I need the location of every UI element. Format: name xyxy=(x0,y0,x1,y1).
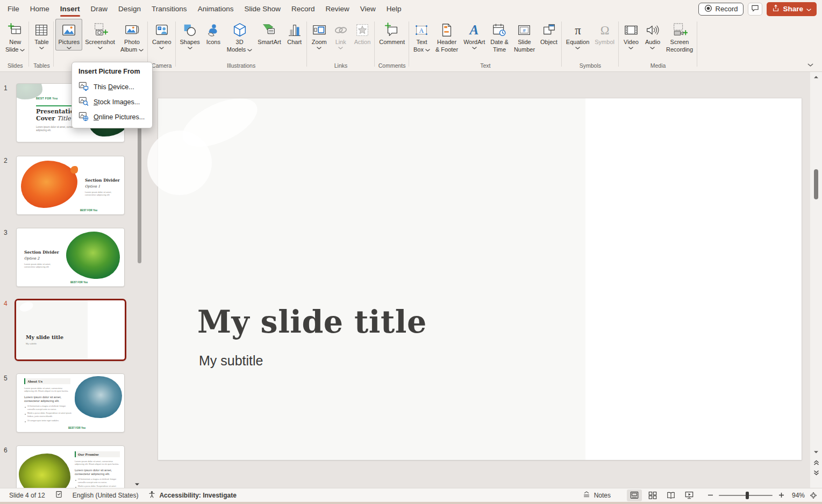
ribbon-button-smartart[interactable]: SmartArt xyxy=(255,19,283,47)
menu-item-stock-images[interactable]: Stock Images... xyxy=(72,95,152,110)
scroll-up-icon[interactable] xyxy=(810,75,822,79)
menu-item-online-pictures[interactable]: Online Pictures... xyxy=(72,110,152,125)
ribbon-button-equation[interactable]: πEquation xyxy=(563,19,592,51)
share-button[interactable]: Share xyxy=(767,2,817,16)
slide-right-panel xyxy=(585,98,802,460)
vertical-scrollbar[interactable] xyxy=(810,72,822,488)
slide-sorter-view-button[interactable] xyxy=(645,489,660,501)
slide-subtitle-text[interactable]: My subtitle xyxy=(199,353,263,369)
ribbon-button-date-time[interactable]: Date &Time xyxy=(488,19,511,55)
zoom-in-button[interactable] xyxy=(777,491,785,500)
tab-view[interactable]: View xyxy=(355,0,381,18)
video-label: Video xyxy=(624,39,639,49)
next-slide-button[interactable] xyxy=(810,470,822,476)
tab-animations[interactable]: Animations xyxy=(192,0,239,18)
thumb6-lead: Lorem ipsum dolor sit amet, consectetur … xyxy=(75,460,121,465)
slide-canvas[interactable]: My slide title My subtitle xyxy=(158,98,802,460)
chart-label: Chart xyxy=(287,39,302,46)
ribbon-button-wordart[interactable]: AWordArt xyxy=(461,19,488,51)
notes-button[interactable]: Notes xyxy=(577,488,616,502)
slide-show-button[interactable] xyxy=(682,489,697,501)
ribbon-button-slide-number[interactable]: #SlideNumber xyxy=(511,19,538,55)
ribbon-button-cameo[interactable]: PCameo xyxy=(149,19,174,51)
scroll-down-icon[interactable] xyxy=(810,450,822,454)
accessibility-indicator[interactable]: Accessibility: Investigate xyxy=(143,488,241,502)
cameo-label: Cameo xyxy=(152,39,171,49)
ribbon-button-audio[interactable]: Audio xyxy=(642,19,663,51)
tab-review[interactable]: Review xyxy=(320,0,355,18)
slide-thumbnail-5[interactable]: About Us Lorem ipsum dolor sit amet, con… xyxy=(16,373,125,433)
zoom-slider-thumb[interactable] xyxy=(746,492,749,499)
zoom-slider[interactable] xyxy=(719,495,773,496)
ribbon-button-icons[interactable]: Icons xyxy=(203,19,224,47)
tab-draw[interactable]: Draw xyxy=(85,0,113,18)
ribbon-button-table[interactable]: Table xyxy=(31,19,52,51)
screen-recording-icon xyxy=(671,21,688,39)
ribbon-button-shapes[interactable]: Shapes xyxy=(177,19,203,51)
thumb6-title: Our Promise xyxy=(78,453,99,456)
ribbon-button-photo-album[interactable]: PhotoAlbum xyxy=(118,19,146,55)
tab-design[interactable]: Design xyxy=(113,0,146,18)
reading-view-button[interactable] xyxy=(663,489,678,501)
slide-thumbnail-6[interactable]: Our Promise Lorem ipsum dolor sit amet, … xyxy=(16,445,125,488)
tab-file[interactable]: File xyxy=(2,0,25,18)
ribbon-button-header-footer[interactable]: Header& Footer xyxy=(433,19,461,55)
svg-text:Ω: Ω xyxy=(600,23,609,37)
chevron-down-icon xyxy=(472,47,477,49)
object-icon xyxy=(541,21,557,39)
symbol-label: Symbol xyxy=(595,39,614,46)
ribbon-button-zoom[interactable]: Zoom xyxy=(309,19,330,51)
slide-number-label: 5 xyxy=(4,375,8,382)
normal-view-button[interactable] xyxy=(627,489,642,501)
tab-home[interactable]: Home xyxy=(25,0,55,18)
ribbon-button-symbol[interactable]: ΩSymbol xyxy=(592,19,617,47)
ribbon-button-3d-models[interactable]: 3DModels xyxy=(224,19,255,55)
smartart-icon xyxy=(261,21,277,39)
3d-models-label: 3DModels xyxy=(227,39,252,54)
fit-slide-to-window-button[interactable] xyxy=(808,491,819,500)
ribbon-button-link[interactable]: Link xyxy=(330,19,352,51)
ribbon-button-chart[interactable]: Chart xyxy=(284,19,305,47)
ribbon-button-video[interactable]: Video xyxy=(620,19,642,51)
tab-help[interactable]: Help xyxy=(381,0,407,18)
slide-thumbnail-2[interactable]: Section Divider Option 1 Lorem ipsum dol… xyxy=(16,156,125,215)
ribbon-button-action[interactable]: Action xyxy=(352,19,374,47)
thumb3-body: Lorem ipsum dolor sit amet, consectetur … xyxy=(24,263,60,268)
tab-slide-show[interactable]: Slide Show xyxy=(239,0,286,18)
zoom-percentage[interactable]: 94% xyxy=(785,492,805,499)
thumbnail-scroll-down-icon[interactable] xyxy=(134,479,140,488)
ribbon-group-label: Slides xyxy=(3,62,27,71)
ribbon-button-pictures[interactable]: Pictures xyxy=(55,19,82,51)
slide-thumbnail-4[interactable]: My slide title My subtitle xyxy=(15,299,126,361)
menu-item-this-device[interactable]: This Device... xyxy=(72,80,152,95)
collapse-ribbon-button[interactable] xyxy=(807,59,813,69)
ribbon-button-screenshot[interactable]: Screenshot xyxy=(82,19,118,51)
tab-record[interactable]: Record xyxy=(286,0,320,18)
tab-transitions[interactable]: Transitions xyxy=(146,0,192,18)
chevron-down-icon xyxy=(317,47,321,49)
ribbon-button-new-slide[interactable]: NewSlide xyxy=(3,19,27,55)
shapes-icon xyxy=(182,21,198,39)
photo-album-label: PhotoAlbum xyxy=(120,39,144,54)
slide-title-text[interactable]: My slide title xyxy=(197,304,427,340)
scrollbar-thumb[interactable] xyxy=(814,169,818,199)
ribbon-group-text: ATextBoxHeader& FooterAWordArtDate &Time… xyxy=(409,18,562,71)
status-bar: Slide 4 of 12 English (United States) Ac… xyxy=(0,488,822,502)
language-indicator[interactable]: English (United States) xyxy=(68,488,144,502)
thumb5-lead: Lorem ipsum dolor sit amet, consectetur … xyxy=(24,387,73,392)
ribbon-group-slides: NewSlideSlides xyxy=(1,18,29,71)
zoom-out-button[interactable] xyxy=(706,491,714,500)
ribbon-button-comment[interactable]: Comment xyxy=(376,19,408,47)
ribbon-button-screen-recording[interactable]: ScreenRecording xyxy=(663,19,696,55)
slide-thumbnail-3[interactable]: Section Divider Option 2 Lorem ipsum dol… xyxy=(16,228,125,287)
previous-slide-button[interactable] xyxy=(810,460,822,466)
comments-button[interactable] xyxy=(748,3,762,16)
slide-indicator[interactable]: Slide 4 of 12 xyxy=(4,488,50,502)
ribbon-group-label: Symbols xyxy=(563,62,617,71)
tab-insert[interactable]: Insert xyxy=(55,0,85,18)
thumb2-footer: BEST FOR You xyxy=(80,209,97,212)
proofing-button[interactable] xyxy=(50,488,68,502)
ribbon-button-text-box[interactable]: ATextBox xyxy=(411,19,433,55)
record-button[interactable]: Record xyxy=(698,3,744,16)
ribbon-button-object[interactable]: Object xyxy=(538,19,560,47)
